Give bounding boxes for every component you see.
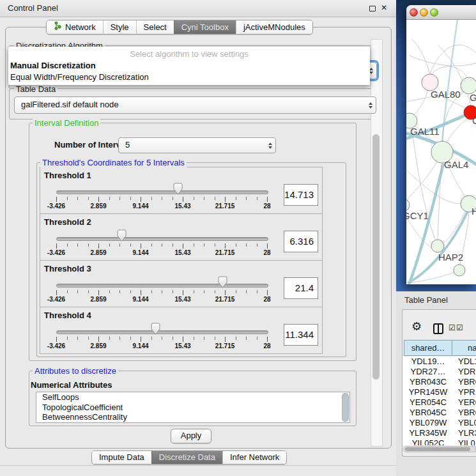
slider-tick bbox=[173, 243, 173, 247]
tab-jactivemnodules[interactable]: jActiveMNodules bbox=[236, 20, 312, 34]
tab-discretize-data[interactable]: Discretize Data bbox=[151, 451, 222, 464]
split-columns-icon[interactable] bbox=[433, 323, 443, 334]
slider-tick-label: 15.43 bbox=[169, 249, 197, 256]
slider-tick bbox=[225, 337, 226, 342]
cell-shared-name: YLR345W bbox=[404, 428, 452, 438]
table-row[interactable]: YBR043CYBR0 bbox=[403, 377, 476, 387]
attributes-list-scrollbar[interactable] bbox=[342, 393, 349, 422]
dropdown-item-manual-discretization[interactable]: Manual Discretization bbox=[8, 60, 370, 72]
slider-tick-label: -3.426 bbox=[42, 203, 70, 210]
tab-cyni-toolbox[interactable]: Cyni Toolbox bbox=[174, 20, 236, 34]
slider-track[interactable] bbox=[56, 330, 268, 334]
zoom-traffic-light-icon[interactable] bbox=[430, 8, 438, 17]
table-row[interactable]: YIL052CYIL0 bbox=[403, 438, 476, 445]
threshold-label: Threshold 1 bbox=[44, 171, 91, 180]
slider-thumb[interactable] bbox=[173, 183, 183, 196]
close-traffic-light-icon[interactable] bbox=[410, 8, 418, 17]
table-data-label: Table Data bbox=[14, 84, 58, 94]
slider-tick bbox=[56, 290, 57, 295]
slider-tick-label: -3.426 bbox=[42, 249, 70, 256]
slider-tick bbox=[88, 290, 89, 293]
slider-tick bbox=[109, 290, 110, 293]
slider-tick bbox=[194, 243, 194, 247]
threshold-value-field[interactable]: 11.344 bbox=[284, 324, 318, 346]
tab-impute-data[interactable]: Impute Data bbox=[92, 451, 151, 464]
table-rows[interactable]: YDL19…YDL1YDR27…YDR2YBR043CYBR0YPR145WYP… bbox=[403, 357, 476, 445]
slider-tick-label: 21.715 bbox=[211, 203, 239, 210]
slider-tick bbox=[215, 337, 215, 340]
attribute-item-topologicalcoefficient[interactable]: TopologicalCoefficient bbox=[36, 403, 349, 413]
slider-thumb[interactable] bbox=[218, 276, 227, 289]
gear-icon[interactable]: ⚙ bbox=[411, 321, 422, 332]
table-row[interactable]: YPR145WYPR1 bbox=[403, 387, 476, 397]
cell-shared-name: YBL079W bbox=[404, 418, 452, 428]
tab-style[interactable]: Style bbox=[103, 20, 136, 34]
slider-tick bbox=[141, 290, 141, 295]
table-row[interactable]: YBR045CYBR0 bbox=[403, 408, 476, 418]
slider-track[interactable] bbox=[56, 284, 268, 288]
slider-tick-label: 21.715 bbox=[211, 342, 239, 349]
network-node[interactable] bbox=[431, 240, 444, 252]
cell-name: YIL0 bbox=[452, 438, 476, 445]
network-node[interactable] bbox=[454, 265, 465, 276]
node-label: GA bbox=[470, 92, 476, 103]
slider-thumb[interactable] bbox=[151, 323, 160, 335]
table-row[interactable]: YDR27…YDR2 bbox=[403, 367, 476, 377]
float-window-icon[interactable] bbox=[369, 6, 376, 12]
threshold-row-1: Threshold 1-3.4262.8599.14415.4321.71528… bbox=[40, 167, 323, 214]
table-scrollbar-thumb[interactable] bbox=[405, 447, 470, 451]
close-icon[interactable]: ✕ bbox=[381, 3, 387, 12]
slider-tick bbox=[67, 290, 68, 293]
slider-tick bbox=[56, 337, 57, 342]
threshold-value-field[interactable]: 21.4 bbox=[284, 277, 318, 299]
slider-track[interactable] bbox=[56, 190, 268, 194]
slider-tick bbox=[194, 290, 194, 293]
slider-tick bbox=[130, 243, 131, 247]
tab-infer-network[interactable]: Infer Network bbox=[222, 451, 286, 464]
threshold-value-field[interactable]: 14.713 bbox=[284, 184, 318, 206]
tab-network[interactable]: Network bbox=[47, 20, 103, 34]
threshold-value-field[interactable]: 6.316 bbox=[284, 231, 318, 252]
table-data-combo[interactable]: galFiltered.sif default node bbox=[14, 96, 376, 114]
apply-button[interactable]: Apply bbox=[171, 429, 211, 443]
cell-name: YBR0 bbox=[452, 408, 476, 418]
column-header-name[interactable]: na bbox=[452, 340, 476, 356]
attribute-item-betweennesscentrality[interactable]: BetweennessCentrality bbox=[36, 412, 349, 422]
slider-track[interactable] bbox=[56, 237, 268, 241]
slider-tick bbox=[246, 337, 247, 340]
network-canvas[interactable]: GAL80GACGAL11GAL4GCY1HAHAP2 bbox=[406, 20, 476, 284]
table-row[interactable]: YER054CYER0 bbox=[403, 397, 476, 408]
table-row[interactable]: YBL079WYBL0 bbox=[403, 418, 476, 428]
table-horizontal-scrollbar[interactable] bbox=[403, 446, 476, 452]
slider-tick bbox=[257, 243, 257, 247]
cell-shared-name: YPR145W bbox=[404, 387, 452, 397]
slider-tick bbox=[236, 290, 236, 293]
table-row[interactable]: YLR345WYLR3 bbox=[403, 428, 476, 438]
slider-tick bbox=[257, 337, 257, 340]
number-of-intervals-combo[interactable]: 5 bbox=[118, 137, 276, 153]
attribute-item-selfloops[interactable]: SelfLoops bbox=[36, 392, 349, 403]
network-icon bbox=[54, 20, 62, 34]
panel-scrollbar-thumb[interactable] bbox=[372, 134, 380, 380]
interval-definition-label: Interval Definition bbox=[33, 118, 100, 128]
checkbox-icon[interactable]: ☑ bbox=[456, 324, 463, 332]
dropdown-item-equal-width-frequency-discretization[interactable]: Equal Width/Frequency Discretization bbox=[8, 72, 370, 83]
slider-tick bbox=[183, 197, 183, 202]
slider-tick bbox=[204, 337, 204, 340]
attributes-list[interactable]: SelfLoopsTopologicalCoefficientBetweenne… bbox=[36, 392, 350, 423]
column-header-shared-name[interactable]: shared… bbox=[404, 340, 452, 356]
threshold-label: Threshold 2 bbox=[44, 217, 91, 227]
slider-tick bbox=[77, 290, 78, 293]
slider-tick bbox=[246, 243, 247, 247]
slider-tick bbox=[141, 243, 141, 249]
network-node[interactable] bbox=[406, 199, 410, 211]
slider-tick bbox=[119, 290, 120, 293]
tab-select[interactable]: Select bbox=[136, 20, 174, 34]
checkbox-icon[interactable]: ☑ bbox=[449, 324, 456, 332]
slider-tick bbox=[183, 337, 183, 342]
slider-thumb[interactable] bbox=[117, 229, 127, 242]
slider-tick bbox=[98, 290, 99, 295]
minimize-traffic-light-icon[interactable] bbox=[420, 8, 428, 17]
slider-tick bbox=[56, 197, 57, 202]
table-row[interactable]: YDL19…YDL1 bbox=[403, 357, 476, 367]
